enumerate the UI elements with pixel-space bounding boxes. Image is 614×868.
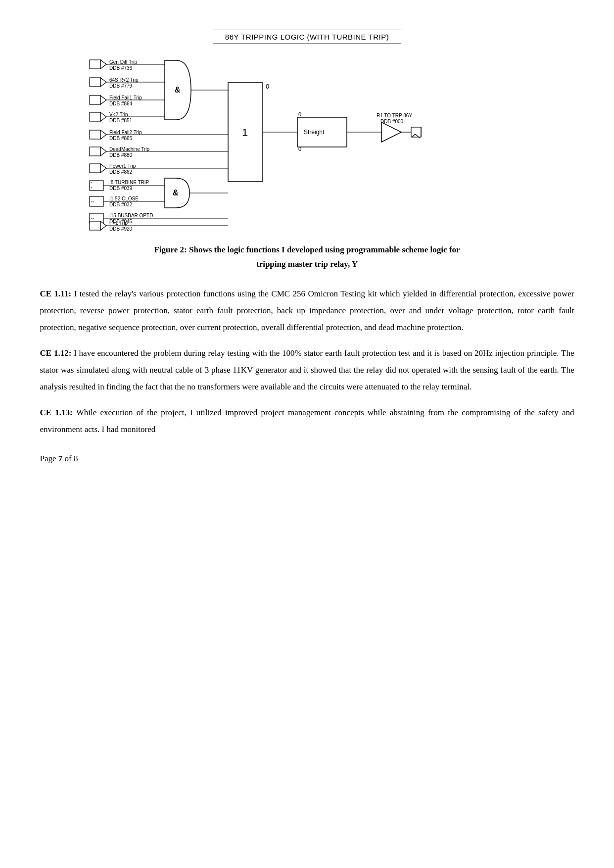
svg-text:F>1 Trip: F>1 Trip bbox=[109, 220, 128, 226]
svg-text:Power1 Trip: Power1 Trip bbox=[109, 163, 136, 169]
svg-text:DDB #039: DDB #039 bbox=[109, 186, 133, 191]
svg-marker-28 bbox=[100, 147, 106, 156]
svg-text:⌁: ⌁ bbox=[91, 181, 93, 184]
ce-1-13-label: CE 1.13: bbox=[40, 408, 73, 417]
svg-rect-0 bbox=[90, 60, 100, 69]
svg-text:0: 0 bbox=[298, 111, 301, 117]
svg-text:&: & bbox=[175, 86, 181, 94]
svg-text:Field Fail2 Trip: Field Fail2 Trip bbox=[109, 130, 142, 135]
svg-text:I15 BUSBAR OPTD: I15 BUSBAR OPTD bbox=[109, 213, 153, 218]
section-ce-1-12: CE 1.12: I have encountered the problem … bbox=[40, 345, 574, 395]
svg-text:DeadMachine Trip: DeadMachine Trip bbox=[109, 146, 150, 152]
svg-rect-15 bbox=[90, 112, 100, 121]
svg-text:Gen Diff Trip: Gen Diff Trip bbox=[109, 59, 137, 65]
figure-caption-line2: tripping master trip relay, Y bbox=[40, 257, 574, 272]
figure-caption: Figure 2: Shows the logic functions I de… bbox=[40, 243, 574, 272]
svg-text:DDB #920: DDB #920 bbox=[109, 226, 133, 231]
svg-text:DDB #862: DDB #862 bbox=[109, 169, 133, 175]
svg-marker-23 bbox=[100, 130, 106, 139]
ce-1-12-label: CE 1.12: bbox=[40, 348, 72, 358]
svg-text:1: 1 bbox=[242, 126, 248, 139]
ce-1-13-text: While execution of the project, I utiliz… bbox=[40, 408, 574, 434]
figure-caption-line1: Figure 2: Shows the logic functions I de… bbox=[40, 243, 574, 257]
svg-text:DDB #851: DDB #851 bbox=[109, 118, 133, 123]
svg-text:⌁⌁: ⌁⌁ bbox=[91, 217, 94, 220]
svg-text:R1 TO TRP 86Y: R1 TO TRP 86Y bbox=[377, 113, 412, 118]
svg-rect-61 bbox=[90, 221, 100, 230]
page-middle: of bbox=[62, 454, 74, 463]
svg-rect-27 bbox=[90, 147, 100, 156]
svg-text:&: & bbox=[173, 189, 179, 197]
svg-text:I1 52 CLOSE: I1 52 CLOSE bbox=[109, 196, 139, 201]
svg-marker-1 bbox=[100, 60, 106, 69]
svg-marker-33 bbox=[100, 164, 106, 173]
svg-rect-22 bbox=[90, 130, 100, 139]
svg-text:DDB #736: DDB #736 bbox=[109, 65, 133, 71]
page-content: 86Y TRIPPING LOGIC (WITH TURBINE TRIP) G… bbox=[40, 30, 574, 464]
svg-text:⌁: ⌁ bbox=[91, 186, 93, 189]
page-prefix: Page bbox=[40, 454, 58, 463]
ce-1-11-text: I tested the relay's various protection … bbox=[40, 289, 574, 332]
svg-rect-5 bbox=[90, 78, 100, 87]
svg-text:DDB #779: DDB #779 bbox=[109, 83, 133, 89]
svg-text:DDB #864: DDB #864 bbox=[109, 101, 133, 106]
page-total: 8 bbox=[74, 454, 78, 463]
svg-marker-11 bbox=[100, 96, 106, 104]
svg-text:0: 0 bbox=[266, 83, 269, 90]
logic-diagram-svg: Gen Diff Trip DDB #736 64S R<2 Trip DDB … bbox=[85, 53, 530, 231]
svg-marker-73 bbox=[381, 122, 401, 142]
svg-text:DDB #880: DDB #880 bbox=[109, 152, 133, 158]
svg-rect-10 bbox=[90, 96, 100, 104]
svg-text:DDB #000: DDB #000 bbox=[380, 119, 404, 124]
ce-1-11-label: CE 1.11: bbox=[40, 289, 72, 298]
svg-text:I8 TURBINE TRIP: I8 TURBINE TRIP bbox=[109, 180, 149, 185]
svg-text:V<2 Trip: V<2 Trip bbox=[109, 112, 128, 117]
svg-text:0: 0 bbox=[298, 146, 301, 152]
diagram-container: 86Y TRIPPING LOGIC (WITH TURBINE TRIP) G… bbox=[40, 30, 574, 231]
svg-rect-32 bbox=[90, 164, 100, 173]
svg-text:⌁⌁: ⌁⌁ bbox=[91, 200, 94, 203]
svg-text:Streight: Streight bbox=[304, 129, 325, 136]
svg-text:64S R<2 Trip: 64S R<2 Trip bbox=[109, 77, 139, 83]
ce-1-12-text: I have encountered the problem during re… bbox=[40, 348, 574, 391]
diagram-title: 86Y TRIPPING LOGIC (WITH TURBINE TRIP) bbox=[213, 30, 401, 44]
section-ce-1-13: CE 1.13: While execution of the project,… bbox=[40, 404, 574, 438]
section-ce-1-11: CE 1.11: I tested the relay's various pr… bbox=[40, 286, 574, 336]
svg-marker-6 bbox=[100, 78, 106, 87]
svg-text:DDB #032: DDB #032 bbox=[109, 202, 133, 207]
svg-rect-75 bbox=[411, 127, 421, 137]
svg-text:DDB #865: DDB #865 bbox=[109, 136, 133, 141]
svg-text:Field Fail1 Trip: Field Fail1 Trip bbox=[109, 95, 142, 100]
svg-marker-16 bbox=[100, 112, 106, 121]
page-footer: Page 7 of 8 bbox=[40, 454, 574, 464]
